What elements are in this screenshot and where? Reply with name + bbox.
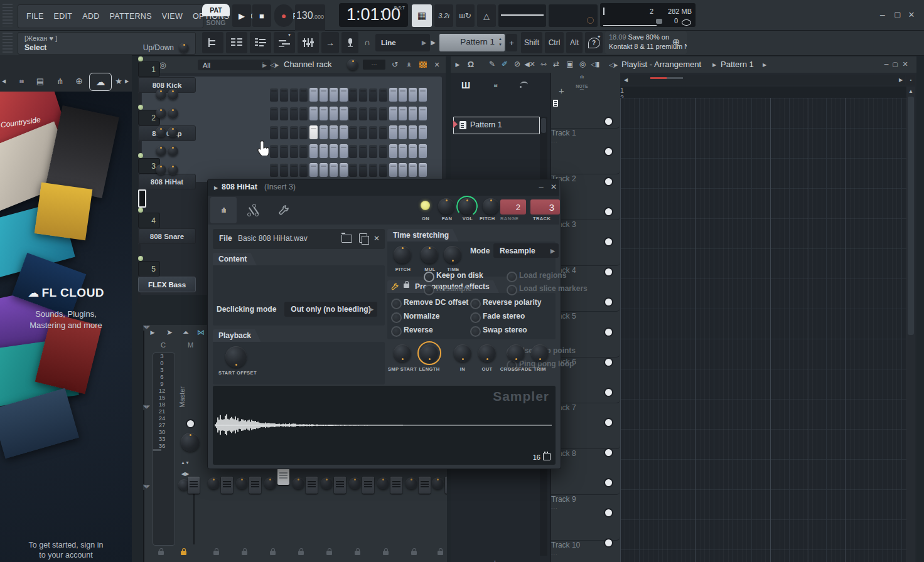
mixer-lock-icon[interactable]: [213, 551, 219, 555]
step-2[interactable]: [280, 163, 288, 177]
channel-number[interactable]: 4: [138, 213, 160, 228]
step-10[interactable]: [359, 125, 367, 139]
step-11[interactable]: [369, 107, 377, 120]
pl-close-icon[interactable]: ✕: [901, 60, 909, 68]
mixer-pan-knob[interactable]: [321, 477, 333, 489]
step-8[interactable]: [340, 163, 348, 177]
radio-fade-stereo[interactable]: [470, 312, 481, 323]
pl-maximize-icon[interactable]: ▢: [891, 60, 899, 68]
track-record-button[interactable]: [604, 358, 613, 367]
picker-col-label-note[interactable]: NOTE: [575, 84, 589, 88]
step-15[interactable]: [409, 88, 417, 102]
step-12[interactable]: [379, 144, 387, 158]
step-7[interactable]: [330, 144, 338, 158]
step-13[interactable]: [389, 125, 397, 139]
step-7[interactable]: [330, 107, 338, 120]
sampler-close-icon[interactable]: ✕: [549, 182, 558, 192]
step-4[interactable]: [299, 88, 308, 102]
step-14[interactable]: [399, 107, 407, 120]
track-name-9[interactable]: Track 9: [551, 495, 906, 504]
step-11[interactable]: [369, 125, 377, 139]
duplicate-file-icon[interactable]: [359, 233, 367, 243]
picker-item-selected[interactable]: Pattern 1: [453, 117, 540, 134]
pattern-spinner[interactable]: ▲▼: [498, 36, 502, 48]
picker-col-icon-note[interactable]: ılı: [575, 74, 589, 84]
step-5[interactable]: [309, 125, 318, 139]
step-2[interactable]: [280, 88, 288, 102]
ts-knob-time[interactable]: [444, 246, 461, 263]
step-15[interactable]: [409, 163, 417, 177]
time-mode-label[interactable]: B:S:T: [394, 6, 405, 10]
radio-load-regions[interactable]: [507, 272, 517, 282]
record-button[interactable]: ●: [274, 4, 293, 27]
channel-pan-knob[interactable]: [156, 89, 166, 100]
step-5[interactable]: [309, 88, 318, 102]
step-16[interactable]: [419, 107, 427, 120]
step-9[interactable]: [349, 107, 357, 120]
tabs-scroll-left-icon[interactable]: ◀: [1, 77, 6, 85]
mixer-fader[interactable]: [277, 468, 289, 485]
track-record-button[interactable]: [604, 267, 613, 277]
step-9[interactable]: [349, 88, 357, 102]
menu-patterns[interactable]: PATTERNS: [105, 12, 156, 21]
track-options[interactable]: ...: [551, 366, 906, 373]
track-record-button[interactable]: [604, 117, 613, 126]
step-13[interactable]: [389, 107, 397, 120]
recording-filter-dropdown[interactable]: Line▶: [375, 34, 430, 51]
tab-sample[interactable]: ıllı: [210, 197, 237, 223]
mixer-fader[interactable]: [445, 477, 447, 494]
magnet-icon[interactable]: Ω: [466, 59, 476, 69]
channel-button-808-kick[interactable]: 808 Kick: [138, 77, 196, 93]
multitouch-toggle[interactable]: 3.2ι: [434, 4, 453, 27]
hscroll-left-icon[interactable]: ◀: [623, 76, 629, 83]
step-5[interactable]: [309, 163, 318, 177]
step-5[interactable]: [309, 107, 318, 120]
tab-envelope[interactable]: [240, 197, 267, 223]
track-record-button[interactable]: [604, 147, 613, 156]
step-12[interactable]: [379, 125, 387, 139]
step-11[interactable]: [369, 88, 377, 102]
ts-knob-pitch[interactable]: [394, 246, 411, 263]
pat-song-switch[interactable]: PAT SONG: [202, 4, 230, 28]
alt-key-button[interactable]: Alt: [566, 32, 583, 53]
track-record-button[interactable]: [604, 297, 613, 307]
track-value-box[interactable]: 3: [530, 199, 560, 215]
mixer-route-arrows[interactable]: ◥◤: [143, 405, 153, 410]
menu-view[interactable]: VIEW: [158, 12, 187, 21]
step-3[interactable]: [290, 107, 298, 120]
timeline-bar-1[interactable]: 1: [620, 87, 906, 94]
channel-pan-knob[interactable]: [156, 108, 166, 119]
piano-roll-panel-button[interactable]: [250, 32, 271, 53]
step-10[interactable]: [359, 144, 367, 158]
step-1[interactable]: [270, 125, 278, 139]
mixer-fader[interactable]: [221, 477, 233, 494]
picker-add-button[interactable]: +: [492, 557, 498, 562]
radio-reverse-polarity[interactable]: [470, 299, 481, 309]
sampler-minimize-icon[interactable]: –: [537, 182, 545, 192]
add-track-button[interactable]: +: [559, 85, 564, 96]
mixer-lock-icon[interactable]: [383, 551, 389, 555]
channel-vol-knob[interactable]: [168, 89, 178, 100]
step-9[interactable]: [349, 163, 357, 177]
step-14[interactable]: [399, 88, 407, 102]
track-record-button[interactable]: [604, 177, 613, 186]
step-6[interactable]: [320, 144, 328, 158]
channel-pan-knob[interactable]: [156, 127, 166, 137]
slip-tool-icon[interactable]: ⇿: [539, 59, 549, 69]
pl-hscrollbar[interactable]: ◀ ▶: [621, 75, 905, 85]
channel-number[interactable]: 1: [138, 61, 160, 77]
step-1[interactable]: [270, 88, 278, 102]
step-4[interactable]: [299, 125, 308, 139]
toolbar-grip-2[interactable]: [3, 33, 13, 53]
mixer-fader[interactable]: [419, 477, 431, 494]
channel-mute-led[interactable]: [138, 105, 143, 110]
globe-icon[interactable]: ⊕: [670, 36, 682, 48]
mixer-pan-knob[interactable]: [406, 477, 417, 489]
step-15[interactable]: [409, 125, 417, 139]
channel-pan-knob[interactable]: [156, 164, 166, 175]
picker-tab-audio-icon[interactable]: ılııl: [488, 81, 502, 90]
sampler-titlebar[interactable]: ▶ 808 HiHat (Insert 3) – ✕: [208, 179, 559, 196]
mixer-pan-knob[interactable]: [293, 477, 304, 489]
pattern-play-icon[interactable]: ▶: [429, 38, 437, 46]
step-12[interactable]: [379, 107, 387, 120]
